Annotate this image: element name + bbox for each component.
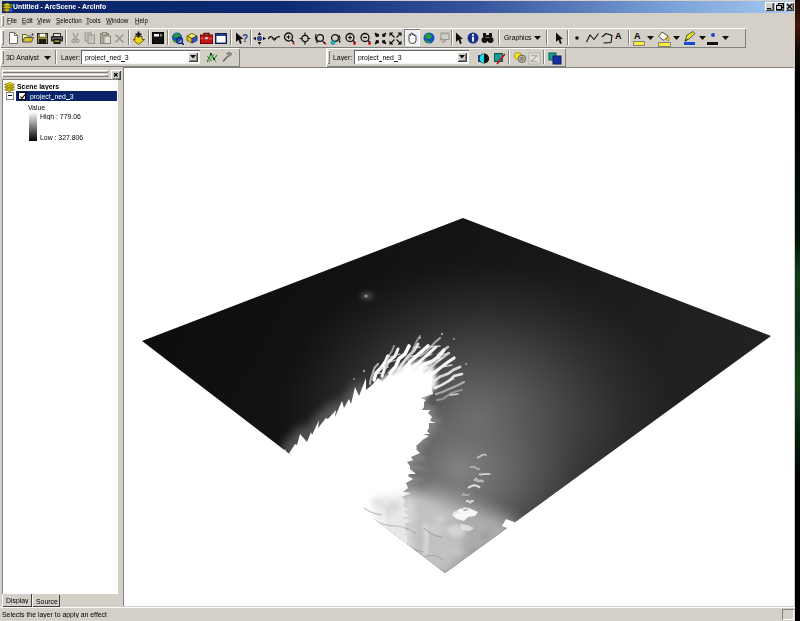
svg-text:?: ? (242, 33, 248, 44)
